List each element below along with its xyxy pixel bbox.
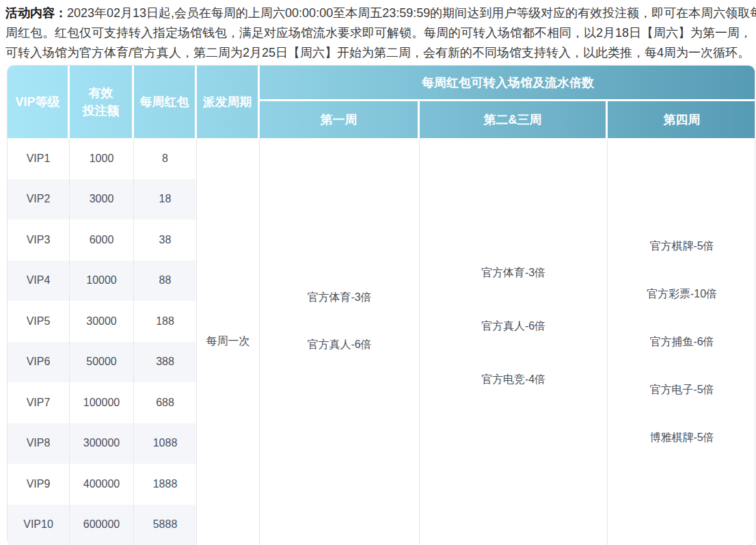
- valid-bet-cell: 50000: [70, 342, 134, 383]
- red-packet-cell: 88: [134, 261, 197, 302]
- header-vip-level: VIP等级: [8, 66, 70, 138]
- venue-item: 官方体育-3倍: [481, 264, 545, 281]
- valid-bet-cell: 3000: [70, 179, 134, 220]
- intro-line-2: 周红包。红包仅可支持转入指定场馆钱包，满足对应场馆流水要求即可解锁。每周的可转入…: [5, 23, 756, 43]
- valid-bet-cell: 600000: [70, 505, 134, 545]
- table-header: VIP等级 有效 投注额 每周红包 派发周期 每周红包可转入场馆及流水倍数 第一…: [8, 66, 755, 138]
- week4-venue-list: 官方棋牌-5倍 官方彩票-10倍 官方捕鱼-6倍 官方电子-5倍 博雅棋牌-5倍: [608, 237, 755, 446]
- vip-level-cell: VIP1: [8, 138, 70, 179]
- activity-description: 活动内容：2023年02月13日起,会员在每周的上周六00:00:00至本周五2…: [0, 0, 756, 63]
- red-packet-cell: 388: [134, 342, 197, 383]
- vip-level-cell: VIP4: [8, 261, 70, 302]
- venue-item: 官方电子-5倍: [649, 381, 714, 398]
- vip-level-cell: VIP10: [8, 505, 70, 545]
- week1-venue-list: 官方体育-3倍 官方真人-6倍: [260, 289, 419, 353]
- header-week-2-3: 第二&三周: [420, 101, 608, 138]
- red-packet-cell: 8: [134, 138, 197, 179]
- table-row: VIP1 1000 8 每周一次 官方体育-3倍 官方真人-6倍 官方体育-3倍…: [8, 138, 755, 179]
- vip-level-cell: VIP5: [8, 301, 70, 342]
- valid-bet-cell: 100000: [70, 382, 134, 423]
- red-packet-cell: 5888: [134, 505, 197, 545]
- week4-venues-cell: 官方棋牌-5倍 官方彩票-10倍 官方捕鱼-6倍 官方电子-5倍 博雅棋牌-5倍: [608, 138, 755, 545]
- header-weekly-red-packet: 每周红包: [134, 66, 197, 138]
- red-packet-cell: 688: [134, 382, 197, 423]
- red-packet-cell: 38: [134, 220, 197, 261]
- venue-item: 博雅棋牌-5倍: [649, 429, 714, 446]
- intro-text-2: 周红包。红包仅可支持转入指定场馆钱包，满足对应场馆流水要求即可解锁。每周的可转入…: [5, 26, 752, 40]
- vip-level-cell: VIP9: [8, 464, 70, 505]
- venue-item: 官方真人-6倍: [307, 336, 371, 353]
- week2-3-venue-list: 官方体育-3倍 官方真人-6倍 官方电竞-4倍: [420, 264, 607, 388]
- venue-item: 官方真人-6倍: [481, 317, 545, 334]
- valid-bet-cell: 1000: [70, 138, 134, 179]
- red-packet-cell: 18: [134, 179, 197, 220]
- venue-item: 官方彩票-10倍: [647, 285, 717, 302]
- intro-text-3: 可转入场馆为官方体育/官方真人，第二周为2月25日【周六】开始为第二周，会有新的…: [5, 46, 750, 59]
- red-packet-cell: 1088: [134, 423, 197, 464]
- intro-label: 活动内容：: [5, 6, 67, 20]
- red-packet-cell: 1888: [134, 464, 197, 505]
- header-valid-bet-line2: 投注额: [70, 102, 132, 120]
- distribution-cycle-cell: 每周一次: [197, 138, 260, 545]
- intro-line-1: 活动内容：2023年02月13日起,会员在每周的上周六00:00:00至本周五2…: [5, 3, 756, 23]
- intro-line-3: 可转入场馆为官方体育/官方真人，第二周为2月25日【周六】开始为第二周，会有新的…: [5, 43, 756, 63]
- header-distribution-cycle: 派发周期: [197, 66, 260, 138]
- vip-level-cell: VIP7: [8, 382, 70, 423]
- vip-level-cell: VIP3: [8, 220, 70, 261]
- valid-bet-cell: 400000: [70, 464, 134, 505]
- venue-item: 官方体育-3倍: [307, 289, 371, 306]
- valid-bet-cell: 10000: [70, 261, 134, 302]
- vip-red-packet-table-wrapper: VIP等级 有效 投注额 每周红包 派发周期 每周红包可转入场馆及流水倍数 第一…: [7, 65, 755, 545]
- header-valid-bet-line1: 有效: [70, 84, 132, 102]
- valid-bet-cell: 300000: [70, 423, 134, 464]
- venue-item: 官方电竞-4倍: [481, 371, 545, 388]
- vip-red-packet-table: VIP等级 有效 投注额 每周红包 派发周期 每周红包可转入场馆及流水倍数 第一…: [8, 66, 755, 545]
- vip-level-cell: VIP8: [8, 423, 70, 464]
- valid-bet-cell: 30000: [70, 301, 134, 342]
- header-week-1: 第一周: [260, 101, 420, 138]
- header-valid-bet: 有效 投注额: [70, 66, 134, 138]
- week2-3-venues-cell: 官方体育-3倍 官方真人-6倍 官方电竞-4倍: [420, 138, 608, 545]
- valid-bet-cell: 6000: [70, 220, 134, 261]
- week1-venues-cell: 官方体育-3倍 官方真人-6倍: [260, 138, 420, 545]
- vip-level-cell: VIP6: [8, 342, 70, 383]
- table-body: VIP1 1000 8 每周一次 官方体育-3倍 官方真人-6倍 官方体育-3倍…: [8, 138, 755, 545]
- venue-item: 官方棋牌-5倍: [649, 237, 714, 254]
- venue-item: 官方捕鱼-6倍: [649, 333, 714, 350]
- intro-text-1: 2023年02月13日起,会员在每周的上周六00:00:00至本周五23:59:…: [67, 6, 756, 20]
- vip-level-cell: VIP2: [8, 179, 70, 220]
- header-week-4: 第四周: [608, 101, 755, 138]
- header-transfer-venues: 每周红包可转入场馆及流水倍数: [260, 66, 755, 101]
- red-packet-cell: 188: [134, 301, 197, 342]
